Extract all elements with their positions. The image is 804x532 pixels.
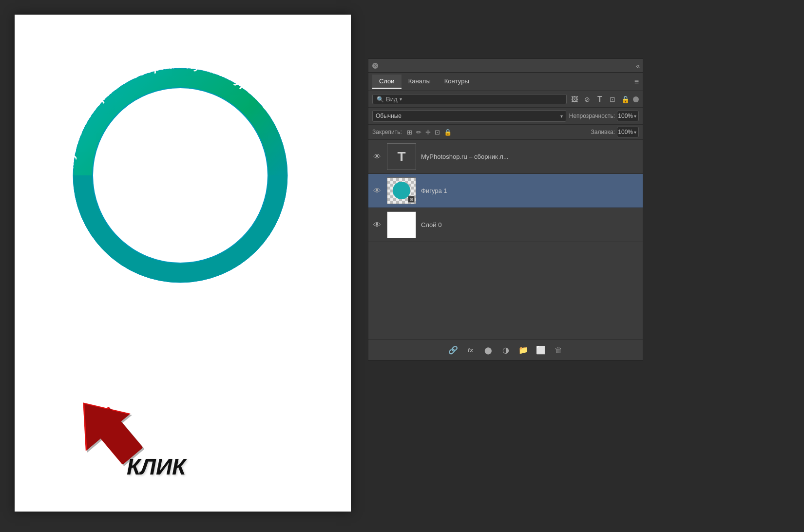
filter-row: 🔍 Вид ▾ 🖼 ⊘ T ⊡ 🔒 (368, 91, 643, 108)
layer-item-shape[interactable]: 👁 ⊡ Фигура 1 (368, 174, 643, 208)
circle-graphic[interactable]: MyPhotoshop.ru – сборник лучших уроков (44, 39, 317, 312)
layer-thumb-shape: ⊡ (387, 177, 416, 204)
fill-input[interactable]: 100% ▾ (617, 127, 639, 137)
ps-panel: ✕ « Слои Каналы Контуры ≡ 🔍 Вид ▾ 🖼 ⊘ T … (368, 58, 643, 361)
layer-link-icon: ⊡ (408, 196, 415, 203)
panel-titlebar: ✕ « (368, 59, 643, 73)
filter-type-icon[interactable]: T (595, 95, 605, 104)
delete-layer-icon[interactable]: 🗑 (553, 346, 564, 355)
layer-visibility-bg[interactable]: 👁 (372, 221, 382, 229)
lock-all-icon[interactable]: 🔒 (444, 129, 452, 136)
click-label: КЛИК (127, 454, 186, 480)
filter-shape-icon[interactable]: ⊡ (608, 95, 617, 103)
layer-name-text: MyPhotoshop.ru – сборник л... (421, 153, 639, 160)
lock-move-icon[interactable]: ✛ (425, 129, 431, 136)
new-layer-icon[interactable]: ⬜ (535, 345, 547, 355)
lock-label: Закрепить: (372, 129, 402, 135)
blend-mode-select[interactable]: Обычные ▾ (372, 110, 566, 122)
svg-point-11 (396, 185, 407, 196)
lock-brush-icon[interactable]: ✏ (416, 129, 421, 136)
layer-thumb-text: T (387, 143, 416, 170)
collapse-button[interactable]: « (636, 62, 639, 70)
filter-adjust-icon[interactable]: ⊘ (582, 95, 592, 103)
lock-row: Закрепить: ⊞ ✏ ✛ ⊡ 🔒 Заливка: 100% ▾ (368, 125, 643, 140)
layer-T-icon: T (397, 149, 405, 165)
fx-icon[interactable]: fx (465, 346, 477, 354)
panel-menu-icon[interactable]: ≡ (634, 77, 639, 86)
blend-chevron-icon: ▾ (560, 114, 563, 119)
search-chevron: ▾ (400, 96, 402, 102)
layer-visibility-shape[interactable]: 👁 (372, 187, 382, 195)
filter-dot[interactable] (633, 96, 639, 102)
layer-visibility-text[interactable]: 👁 (372, 152, 382, 161)
panel-tabs: Слои Каналы Контуры ≡ (368, 73, 643, 91)
tab-channels[interactable]: Каналы (402, 75, 438, 89)
search-icon: 🔍 (377, 96, 384, 103)
search-box[interactable]: 🔍 Вид ▾ (372, 94, 567, 104)
filter-icons: 🖼 ⊘ T ⊡ 🔒 (570, 95, 639, 104)
lock-artboard-icon[interactable]: ⊡ (435, 129, 440, 136)
svg-point-2 (93, 88, 268, 263)
adjustment-icon[interactable]: ◑ (500, 345, 512, 355)
bottom-toolbar: 🔗 fx ⬤ ◑ 📁 ⬜ 🗑 (368, 340, 643, 360)
layer-thumb-bg (387, 211, 416, 238)
opacity-input[interactable]: 100% ▾ (617, 111, 639, 121)
new-fill-icon[interactable]: ⬤ (482, 346, 494, 354)
layer-name-shape: Фигура 1 (421, 187, 639, 194)
filter-image-icon[interactable]: 🖼 (570, 95, 579, 103)
fill-section: Заливка: 100% ▾ (591, 127, 639, 137)
search-text: Вид (386, 95, 398, 103)
tab-paths[interactable]: Контуры (438, 75, 476, 89)
fill-chevron: ▾ (634, 130, 636, 135)
layer-name-bg: Слой 0 (421, 221, 639, 228)
fill-label: Заливка: (591, 129, 615, 135)
opacity-label: Непрозрачность: (569, 113, 615, 119)
filter-smart-icon[interactable]: 🔒 (620, 95, 630, 103)
opacity-section: Непрозрачность: 100% ▾ (569, 111, 639, 121)
layer-item-bg[interactable]: 👁 Слой 0 (368, 208, 643, 242)
canvas-area: MyPhotoshop.ru – сборник лучших уроков К… (15, 15, 351, 512)
blend-row: Обычные ▾ Непрозрачность: 100% ▾ (368, 108, 643, 125)
layer-item-text[interactable]: 👁 T MyPhotoshop.ru – сборник л... (368, 140, 643, 174)
tab-layers[interactable]: Слои (372, 75, 402, 89)
lock-icons: ⊞ ✏ ✛ ⊡ 🔒 (407, 129, 452, 136)
close-button[interactable]: ✕ (372, 63, 378, 69)
lock-pixels-icon[interactable]: ⊞ (407, 129, 412, 136)
opacity-chevron: ▾ (634, 114, 636, 119)
group-icon[interactable]: 📁 (517, 345, 529, 355)
layers-list: 👁 T MyPhotoshop.ru – сборник л... 👁 ⊡ Фи… (368, 140, 643, 340)
link-layers-icon[interactable]: 🔗 (447, 345, 459, 355)
